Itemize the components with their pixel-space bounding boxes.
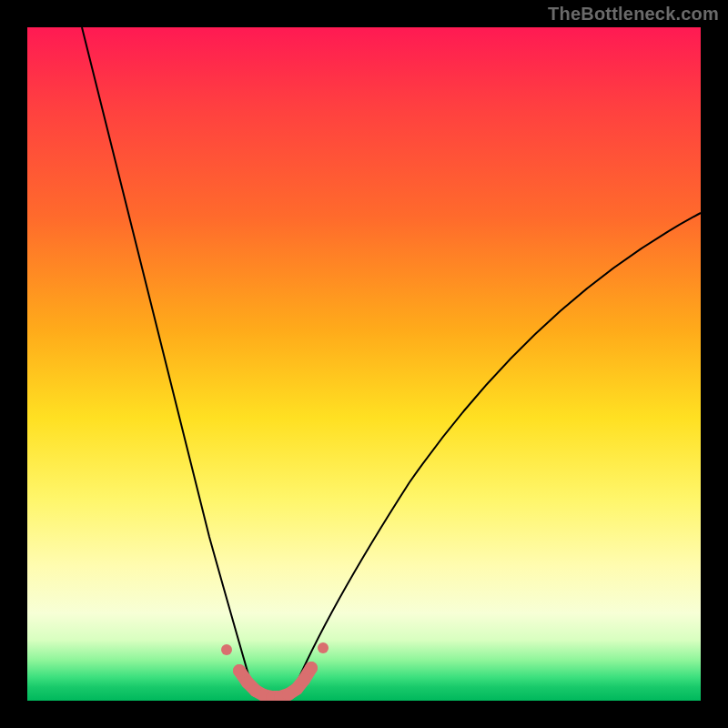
curve-left-branch <box>82 27 254 693</box>
marker-dot <box>233 664 246 677</box>
plot-area <box>27 27 701 701</box>
curve-layer <box>27 27 701 701</box>
marker-dot <box>298 673 310 686</box>
curve-right-branch <box>292 213 701 693</box>
marker-dot <box>318 642 329 653</box>
marker-dot <box>305 662 318 674</box>
marker-dot <box>221 644 232 655</box>
outer-frame: TheBottleneck.com <box>0 0 728 728</box>
watermark-text: TheBottleneck.com <box>548 4 719 25</box>
